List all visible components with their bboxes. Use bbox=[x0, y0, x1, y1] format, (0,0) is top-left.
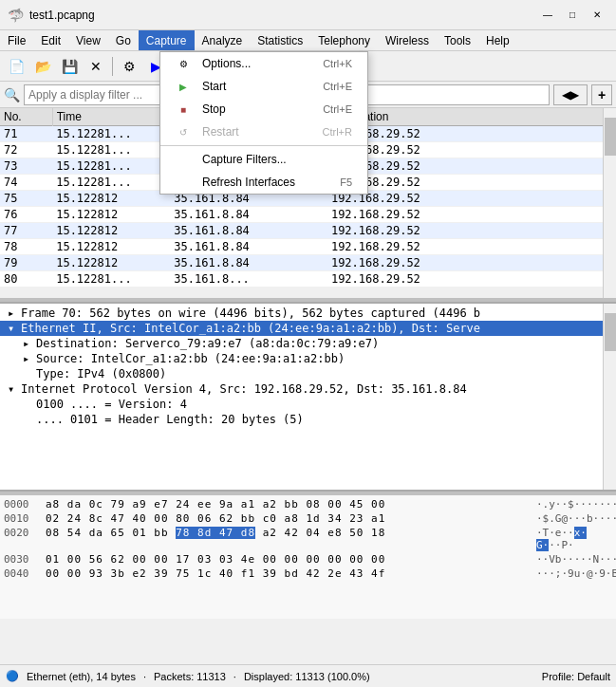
menu-go[interactable]: Go bbox=[108, 30, 139, 50]
scrollbar-thumb[interactable] bbox=[605, 118, 616, 156]
detail-row[interactable]: 0100 .... = Version: 4 bbox=[0, 397, 616, 412]
hex-row: 0000a8 da 0c 79 a9 e7 24 ee 9a a1 a2 bb … bbox=[4, 497, 612, 511]
cell-time: 15.122812 bbox=[52, 223, 170, 239]
window-controls: — □ ✕ bbox=[536, 6, 608, 25]
menu-file[interactable]: File bbox=[0, 30, 33, 50]
cell-time: 15.122812 bbox=[52, 191, 170, 207]
cell-dst: 192.168.29.52 bbox=[327, 158, 616, 175]
cell-time: 15.122812 bbox=[52, 207, 170, 223]
menu-sep bbox=[160, 145, 367, 146]
menu-wireless[interactable]: Wireless bbox=[378, 30, 437, 50]
hex-offset: 0020 bbox=[4, 527, 38, 551]
start-shortcut: Ctrl+E bbox=[323, 81, 352, 92]
toolbar-open-button[interactable]: 📂 bbox=[30, 54, 55, 79]
cell-no: 76 bbox=[0, 207, 52, 223]
detail-row[interactable]: ▸Frame 70: 562 bytes on wire (4496 bits)… bbox=[0, 306, 616, 321]
cell-no: 78 bbox=[0, 239, 52, 255]
detail-expand-icon[interactable]: ▾ bbox=[8, 382, 21, 396]
toolbar-sep-1 bbox=[112, 57, 113, 76]
menu-telephony[interactable]: Telephony bbox=[310, 30, 378, 50]
capture-filters-icon bbox=[176, 152, 191, 167]
detail-text: Internet Protocol Version 4, Src: 192.16… bbox=[21, 382, 467, 396]
cell-dst: 192.168.29.52 bbox=[327, 223, 616, 239]
table-row[interactable]: 7915.12281235.161.8.84192.168.29.52 bbox=[0, 255, 616, 271]
title-bar: 🦈 test1.pcapng — □ ✕ bbox=[0, 0, 616, 30]
menu-capture[interactable]: Capture bbox=[139, 30, 195, 50]
menu-view[interactable]: View bbox=[68, 30, 108, 50]
status-interface: Ethernet (eth), 14 bytes bbox=[27, 671, 136, 682]
cell-src: 35.161.8.84 bbox=[170, 239, 327, 255]
menu-help[interactable]: Help bbox=[478, 30, 517, 50]
status-sep-2: · bbox=[233, 671, 236, 682]
refresh-shortcut: F5 bbox=[340, 176, 352, 188]
hex-ascii: ·T·e··x· G···P· bbox=[536, 527, 612, 551]
menu-restart[interactable]: ↺ Restart Ctrl+R bbox=[160, 121, 367, 143]
menu-options[interactable]: ⚙ Options... Ctrl+K bbox=[160, 52, 367, 75]
detail-row[interactable]: ▸Destination: Serverco_79:a9:e7 (a8:da:0… bbox=[0, 336, 616, 351]
cell-time: 15.12281... bbox=[52, 271, 170, 288]
toolbar-close-button[interactable]: ✕ bbox=[84, 54, 108, 79]
menu-refresh-interfaces[interactable]: Refresh Interfaces F5 bbox=[160, 171, 367, 194]
detail-scrollbar[interactable] bbox=[603, 304, 616, 490]
status-icon: 🔵 bbox=[6, 670, 19, 682]
capture-dropdown: ⚙ Options... Ctrl+K ▶ Start Ctrl+E ■ Sto… bbox=[159, 51, 368, 195]
hex-ascii: ·$.G@···b····4#· bbox=[536, 512, 612, 525]
detail-expand-icon[interactable]: ▸ bbox=[23, 337, 36, 350]
menu-edit[interactable]: Edit bbox=[33, 30, 68, 50]
hex-bytes: 00 00 93 3b e2 39 75 1c 40 f1 39 bd 42 2… bbox=[46, 567, 529, 580]
menu-capture-filters[interactable]: Capture Filters... bbox=[160, 148, 367, 171]
table-row[interactable]: 8015.12281...35.161.8...192.168.29.52 bbox=[0, 271, 616, 288]
detail-row[interactable]: Type: IPv4 (0x0800) bbox=[0, 366, 616, 381]
detail-text: Destination: Serverco_79:a9:e7 (a8:da:0c… bbox=[36, 337, 379, 350]
hex-row: 002008 54 da 65 01 bb 78 8d 47 d8 a2 42 … bbox=[4, 526, 612, 552]
hex-ascii: ···;·9u·@·9·B.CO bbox=[536, 567, 612, 580]
menu-analyze[interactable]: Analyze bbox=[195, 30, 251, 50]
restart-shortcut: Ctrl+R bbox=[323, 126, 352, 138]
detail-row[interactable]: ▸Source: IntelCor_a1:a2:bb (24:ee:9a:a1:… bbox=[0, 351, 616, 366]
col-header-no[interactable]: No. bbox=[0, 108, 52, 126]
hex-bytes: 01 00 56 62 00 00 17 03 03 4e 00 00 00 0… bbox=[46, 553, 529, 566]
filter-add-button[interactable]: + bbox=[591, 84, 612, 105]
detail-scrollbar-thumb[interactable] bbox=[605, 313, 616, 351]
cell-no: 74 bbox=[0, 175, 52, 191]
close-button[interactable]: ✕ bbox=[586, 6, 608, 25]
cell-no: 71 bbox=[0, 126, 52, 142]
menu-statistics[interactable]: Statistics bbox=[250, 30, 310, 50]
toolbar-options-button[interactable]: ⚙ bbox=[117, 54, 141, 79]
cell-time: 15.12281... bbox=[52, 126, 170, 142]
menu-start[interactable]: ▶ Start Ctrl+E bbox=[160, 75, 367, 98]
hex-offset: 0030 bbox=[4, 553, 38, 566]
cell-dst: 192.168.29.52 bbox=[327, 255, 616, 271]
table-row[interactable]: 7815.12281235.161.8.84192.168.29.52 bbox=[0, 239, 616, 255]
menu-tools[interactable]: Tools bbox=[437, 30, 478, 50]
hex-panel: 0000a8 da 0c 79 a9 e7 24 ee 9a a1 a2 bb … bbox=[0, 495, 616, 619]
detail-expand-icon[interactable]: ▸ bbox=[23, 352, 36, 365]
cell-dst: 192.168.29.52 bbox=[327, 207, 616, 223]
detail-text: .... 0101 = Header Length: 20 bytes (5) bbox=[36, 413, 304, 426]
cell-dst: 192.168.29.52 bbox=[327, 239, 616, 255]
detail-expand-icon[interactable]: ▾ bbox=[8, 322, 21, 335]
status-bar: 🔵 Ethernet (eth), 14 bytes · Packets: 11… bbox=[0, 664, 616, 687]
col-header-time[interactable]: Time bbox=[52, 108, 170, 126]
detail-row[interactable]: .... 0101 = Header Length: 20 bytes (5) bbox=[0, 412, 616, 427]
toolbar-save-button[interactable]: 💾 bbox=[57, 54, 82, 79]
maximize-button[interactable]: □ bbox=[561, 6, 584, 25]
detail-row[interactable]: ▾Ethernet II, Src: IntelCor_a1:a2:bb (24… bbox=[0, 321, 616, 336]
stop-label: Stop bbox=[202, 102, 315, 116]
detail-panel: ▸Frame 70: 562 bytes on wire (4496 bits)… bbox=[0, 302, 616, 492]
toolbar-new-button[interactable]: 📄 bbox=[4, 54, 28, 79]
minimize-button[interactable]: — bbox=[536, 6, 559, 25]
cell-src: 35.161.8.84 bbox=[170, 223, 327, 239]
capture-filters-label: Capture Filters... bbox=[202, 153, 345, 166]
detail-expand-icon[interactable]: ▸ bbox=[8, 306, 21, 320]
options-shortcut: Ctrl+K bbox=[323, 58, 352, 69]
table-row[interactable]: 7715.12281235.161.8.84192.168.29.52 bbox=[0, 223, 616, 239]
refresh-icon bbox=[176, 175, 191, 190]
menu-stop[interactable]: ■ Stop Ctrl+E bbox=[160, 98, 367, 121]
cell-no: 75 bbox=[0, 191, 52, 207]
col-header-destination[interactable]: Destination bbox=[327, 108, 616, 126]
table-row[interactable]: 7615.12281235.161.8.84192.168.29.52 bbox=[0, 207, 616, 223]
filter-direction-button[interactable]: ◀▶ bbox=[553, 84, 588, 105]
table-scrollbar[interactable] bbox=[603, 108, 616, 298]
detail-row[interactable]: ▾Internet Protocol Version 4, Src: 192.1… bbox=[0, 381, 616, 397]
